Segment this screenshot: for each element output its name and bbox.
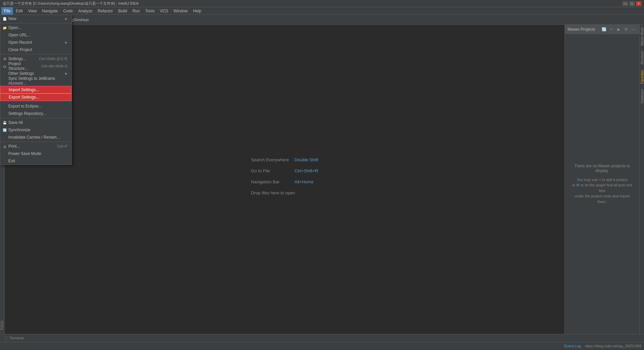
menu-refactor[interactable]: Refactor [95, 7, 116, 15]
menu-item-power-save[interactable]: Power Save Mode [0, 150, 71, 157]
maven-refresh-btn[interactable]: 🔄 [601, 26, 607, 33]
right-tab-structure[interactable]: Structure [640, 48, 644, 67]
menu-item-save-all[interactable]: 💾 Save All [0, 119, 71, 126]
status-bar-right: Event Log https://blog.csdn.net/qq_30251… [565, 344, 641, 348]
menu-item-project-structure-label: Project Structure... [8, 61, 36, 71]
menu-item-import-settings[interactable]: Import Settings... [0, 86, 71, 94]
maven-run-btn[interactable]: ▶ [615, 26, 622, 33]
menu-item-sync-settings[interactable]: Sync Settings to JetBrains Account... [0, 77, 71, 84]
maven-no-projects-text: There are no Maven projects to display. [570, 164, 634, 173]
menu-item-sync-settings-label: Sync Settings to JetBrains Account... [8, 76, 67, 85]
menu-code[interactable]: Code [60, 7, 75, 15]
right-tab-maven-build[interactable]: Maven Build [640, 25, 644, 48]
status-url: https://blog.csdn.net/qq_30251469 [585, 344, 641, 348]
menu-item-synchronize[interactable]: 🔄 Synchronize [0, 126, 71, 134]
maven-collapse-btn[interactable]: — [630, 26, 637, 33]
menu-analyze[interactable]: Analyze [75, 7, 95, 15]
window-controls: — □ ✕ [623, 1, 641, 6]
todo-label[interactable]: TODO [0, 321, 4, 330]
menu-item-open-recent[interactable]: Open Recent [0, 39, 71, 46]
maven-content: There are no Maven projects to display. … [565, 34, 639, 334]
menu-item-new-label: New [8, 16, 16, 21]
menu-item-open-url[interactable]: Open URL... [0, 31, 71, 39]
editor-hints: Search Everywhere Double Shift Go to Fil… [251, 157, 318, 201]
hint-goto-file: Go to File Ctrl+Shift+R [251, 168, 318, 173]
menu-item-export-settings-label: Export Settings... [9, 95, 39, 100]
menu-view[interactable]: View [25, 7, 39, 15]
menu-item-invalidate-caches[interactable]: Invalidate Caches / Restart... [0, 134, 71, 141]
menu-file[interactable]: File [1, 7, 13, 15]
menu-window[interactable]: Window [171, 7, 190, 15]
menu-item-close-project-label: Close Project [8, 47, 32, 52]
settings-icon: ⚙ [2, 56, 7, 61]
menu-item-settings-label: Settings... [8, 56, 26, 61]
menu-build[interactable]: Build [116, 7, 130, 15]
hint-nav-bar-label: Navigation Bar [251, 179, 295, 184]
menu-item-export-settings[interactable]: Export Settings... [0, 94, 71, 101]
menu-item-open-url-label: Open URL... [8, 33, 31, 37]
sync-icon: 🔄 [2, 128, 7, 132]
maven-settings-btn[interactable]: ⚙ [623, 26, 629, 33]
terminal-tab[interactable]: ⬛ Terminal [3, 336, 25, 340]
maven-panel-title: Maven Projects [568, 27, 595, 32]
maven-toolbar: 🔄 + ▶ ⚙ — [601, 26, 637, 33]
menu-item-print[interactable]: 🖨 Print... Ctrl+P [0, 143, 71, 150]
new-icon: 📄 [2, 16, 7, 21]
maven-hint-line4: to let the plugin find all pom.xml files [581, 183, 632, 193]
maven-hint-line2: to add a project [602, 178, 627, 182]
bottom-tabs-bar: ⬛ Terminal [0, 334, 644, 342]
hint-goto-file-shortcut: Ctrl+Shift+R [295, 168, 318, 173]
hint-drop-files: Drop files here to open [251, 190, 318, 195]
menu-item-project-structure[interactable]: 🗂 Project Structure... Ctrl+Alt+Shift+S [0, 62, 71, 70]
toolbar: ⚙ 🔨 | ▶ ⏹ ers\chong.wang\Desktop\ [0, 15, 644, 25]
menu-item-new[interactable]: 📄 New [0, 15, 71, 22]
menu-tools[interactable]: Tools [143, 7, 157, 15]
menu-item-export-eclipse[interactable]: Export to Eclipse... [0, 103, 71, 110]
project-structure-icon: 🗂 [2, 64, 7, 68]
maven-hint-line1: You may use [577, 178, 598, 182]
menu-item-settings-repo-label: Settings Repository... [8, 111, 46, 116]
restore-button[interactable]: □ [629, 1, 635, 6]
menu-run[interactable]: Run [130, 7, 143, 15]
menu-item-close-project[interactable]: Close Project [0, 46, 71, 53]
menu-item-exit-label: Exit [8, 159, 15, 163]
menu-item-export-eclipse-label: Export to Eclipse... [8, 104, 42, 109]
menu-item-exit[interactable]: Exit [0, 157, 71, 165]
menu-help[interactable]: Help [190, 7, 204, 15]
right-tab-database[interactable]: Database [640, 86, 644, 106]
menu-item-other-settings-label: Other Settings [8, 71, 34, 76]
right-tab-favorites[interactable]: Favorites [640, 67, 644, 86]
menu-edit[interactable]: Edit [13, 7, 25, 15]
menu-vcs[interactable]: VCS [157, 7, 171, 15]
hint-search: Search Everywhere Double Shift [251, 157, 318, 162]
menu-item-power-save-label: Power Save Mode [8, 151, 41, 156]
terminal-label: Terminal [10, 336, 24, 340]
maven-hint-line3: or [572, 183, 576, 187]
file-menu-dropdown: 📄 New 📁 Open... Open URL... Open Recent … [0, 15, 72, 165]
maven-add-btn[interactable]: + [608, 26, 615, 33]
separator-2 [0, 54, 71, 54]
terminal-icon: ⬛ [4, 336, 9, 340]
open-icon: 📁 [2, 25, 7, 30]
menu-item-save-all-label: Save All [8, 120, 23, 125]
hint-search-shortcut: Double Shift [295, 157, 318, 162]
menu-item-settings-repo[interactable]: Settings Repository... [0, 110, 71, 117]
editor-area: Search Everywhere Double Shift Go to Fil… [5, 25, 565, 334]
maven-hint: You may use + to add a project or ⚙ to l… [570, 177, 634, 205]
menu-bar: File Edit View Navigate Code Analyze Ref… [0, 7, 644, 15]
project-structure-shortcut: Ctrl+Alt+Shift+S [41, 64, 67, 68]
print-icon: 🖨 [2, 144, 7, 149]
hint-nav-bar: Navigation Bar Alt+Home [251, 179, 318, 184]
maven-add-icon: + [599, 178, 601, 182]
menu-item-open[interactable]: 📁 Open... [0, 24, 71, 31]
menu-navigate[interactable]: Navigate [39, 7, 60, 15]
hint-drop-files-label: Drop files here to open [251, 190, 295, 195]
hint-nav-bar-shortcut: Alt+Home [295, 179, 314, 184]
minimize-button[interactable]: — [623, 1, 628, 6]
maven-hint-line5: under the project roots and import them. [575, 194, 630, 204]
status-bar: Event Log https://blog.csdn.net/qq_30251… [0, 342, 644, 350]
menu-item-open-label: Open... [8, 25, 21, 30]
separator-4 [0, 102, 71, 102]
close-button[interactable]: ✕ [636, 1, 641, 6]
event-log-link[interactable]: Event Log [565, 344, 581, 348]
